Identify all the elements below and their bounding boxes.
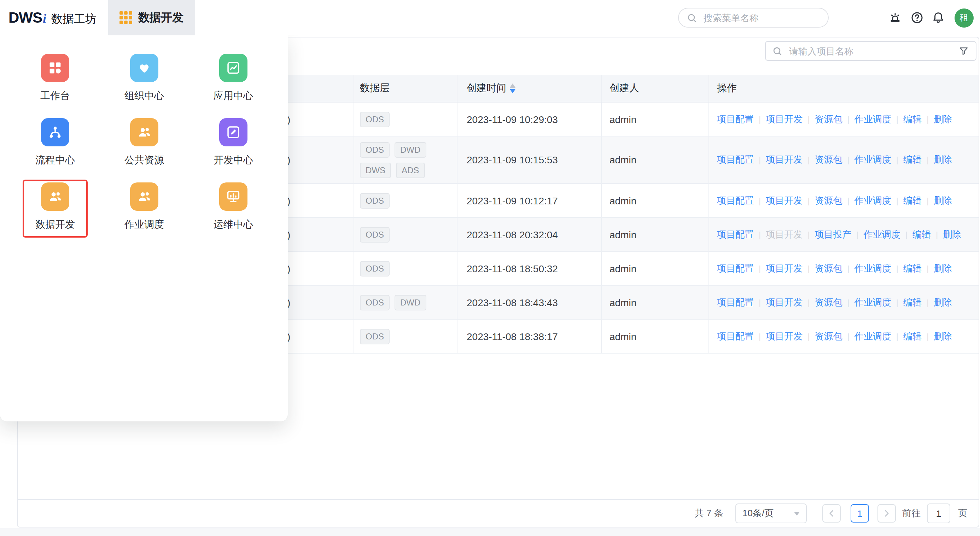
action-link[interactable]: 项目开发 xyxy=(766,330,802,343)
divider: | xyxy=(808,155,810,165)
dashboard-icon xyxy=(41,54,69,82)
top-navbar: DWSi 数据工坊 数据开发 租 xyxy=(0,0,980,35)
action-link[interactable]: 删除 xyxy=(943,228,961,241)
action-link[interactable]: 项目配置 xyxy=(717,228,754,241)
brand-logo[interactable]: DWSi 数据工坊 xyxy=(0,9,108,27)
filter-icon[interactable] xyxy=(958,45,969,57)
action-link[interactable]: 编辑 xyxy=(903,194,922,207)
action-link[interactable]: 作业调度 xyxy=(854,113,891,126)
menu-search-box[interactable] xyxy=(678,8,829,27)
divider: | xyxy=(905,229,907,239)
action-link[interactable]: 资源包 xyxy=(815,296,843,309)
action-link[interactable]: 作业调度 xyxy=(854,296,891,309)
action-link[interactable]: 删除 xyxy=(934,296,952,309)
page-size-select[interactable]: 10条/页 xyxy=(735,503,807,523)
creator-cell: admin xyxy=(602,320,709,353)
mega-menu-item[interactable]: 组织中心 xyxy=(100,54,189,105)
nav-menu-data-dev[interactable]: 数据开发 xyxy=(108,0,195,35)
sort-carets-icon[interactable] xyxy=(510,83,515,93)
data-layer-cell: ODSDWD xyxy=(354,286,458,319)
action-link[interactable]: 作业调度 xyxy=(864,228,900,241)
action-link[interactable]: 删除 xyxy=(934,262,952,275)
action-link[interactable]: 编辑 xyxy=(903,296,922,309)
avatar[interactable]: 租 xyxy=(955,8,974,27)
page-1-button[interactable]: 1 xyxy=(851,504,869,523)
col-header-actions: 操作 xyxy=(709,75,978,102)
action-link[interactable]: 编辑 xyxy=(903,153,922,166)
action-link[interactable]: 项目开发 xyxy=(766,194,802,207)
action-link[interactable]: 项目开发 xyxy=(766,113,802,126)
col-header-create-time[interactable]: 创建时间 xyxy=(458,75,602,102)
creator-cell: admin xyxy=(602,252,709,285)
goto-page-input[interactable]: 1 xyxy=(927,503,950,523)
action-link[interactable]: 删除 xyxy=(934,113,952,126)
divider: | xyxy=(808,196,810,205)
action-link[interactable]: 资源包 xyxy=(815,113,843,126)
action-link[interactable]: 项目配置 xyxy=(717,153,754,166)
action-link[interactable]: 项目开发 xyxy=(766,153,802,166)
action-link[interactable]: 项目投产 xyxy=(815,228,852,241)
divider: | xyxy=(759,196,761,205)
creator-cell: admin xyxy=(602,286,709,319)
next-page-button[interactable] xyxy=(878,504,896,523)
action-link[interactable]: 资源包 xyxy=(815,153,843,166)
action-link[interactable]: 资源包 xyxy=(815,330,843,343)
page-bottom-strip xyxy=(0,528,980,536)
bell-icon[interactable] xyxy=(931,11,945,25)
divider: | xyxy=(808,114,810,124)
create-time-cell: 2023-11-08 18:43:43 xyxy=(458,286,602,319)
action-link[interactable]: 作业调度 xyxy=(854,194,891,207)
action-link[interactable]: 编辑 xyxy=(903,113,922,126)
prev-page-button[interactable] xyxy=(822,504,841,523)
data-layer-tag: ODS xyxy=(360,111,390,127)
divider: | xyxy=(808,297,810,307)
actions-cell: 项目配置|项目开发|资源包|作业调度|编辑|删除 xyxy=(709,137,978,183)
action-link[interactable]: 项目配置 xyxy=(717,194,754,207)
data-layer-cell: ODSDWDDWSADS xyxy=(354,137,458,183)
action-link[interactable]: 作业调度 xyxy=(854,330,891,343)
mega-menu-item-label: 开发中心 xyxy=(213,154,253,167)
action-link[interactable]: 项目配置 xyxy=(717,330,754,343)
action-link[interactable]: 编辑 xyxy=(903,330,922,343)
mega-menu-item[interactable]: 工作台 xyxy=(11,54,100,105)
mega-menu-item[interactable]: 运维中心 xyxy=(189,183,278,233)
project-search-input[interactable] xyxy=(788,45,953,57)
action-link[interactable]: 编辑 xyxy=(903,262,922,275)
mega-menu-item[interactable]: 公共资源 xyxy=(100,118,189,169)
navbar-right: 租 xyxy=(678,8,980,27)
mega-menu-item[interactable]: 应用中心 xyxy=(189,54,278,105)
alarm-icon[interactable] xyxy=(888,11,902,25)
data-layer-tag: ADS xyxy=(396,162,425,178)
action-link[interactable]: 资源包 xyxy=(815,194,843,207)
creator-cell: admin xyxy=(602,184,709,217)
users-icon xyxy=(41,183,69,211)
data-layer-cell: ODS xyxy=(354,103,458,136)
app-root: DWSi 数据工坊 数据开发 租 xyxy=(0,0,980,536)
action-link[interactable]: 删除 xyxy=(934,153,952,166)
pagination-total: 共 7 条 xyxy=(695,507,723,520)
mega-menu-item[interactable]: 数据开发 xyxy=(11,183,100,233)
mega-menu-item[interactable]: 作业调度 xyxy=(100,183,189,233)
help-icon[interactable] xyxy=(910,11,924,25)
action-link[interactable]: 作业调度 xyxy=(854,153,891,166)
mega-menu-item[interactable]: 开发中心 xyxy=(189,118,278,169)
data-layer-tag: ODS xyxy=(360,261,390,276)
action-link[interactable]: 项目配置 xyxy=(717,262,754,275)
edit-box-icon xyxy=(219,118,248,146)
action-link[interactable]: 删除 xyxy=(934,330,952,343)
divider: | xyxy=(759,331,761,341)
action-link[interactable]: 项目开发 xyxy=(766,262,802,275)
action-link[interactable]: 项目配置 xyxy=(717,296,754,309)
action-link[interactable]: 作业调度 xyxy=(854,262,891,275)
divider: | xyxy=(808,229,810,239)
action-link[interactable]: 删除 xyxy=(934,194,952,207)
divider: | xyxy=(896,114,898,124)
project-search-box[interactable] xyxy=(765,41,977,61)
action-link[interactable]: 项目配置 xyxy=(717,113,754,126)
action-link[interactable]: 编辑 xyxy=(913,228,931,241)
action-link[interactable]: 项目开发 xyxy=(766,296,802,309)
data-layer-tag: ODS xyxy=(360,294,390,310)
menu-search-input[interactable] xyxy=(702,12,820,24)
action-link[interactable]: 资源包 xyxy=(815,262,843,275)
mega-menu-item[interactable]: 流程中心 xyxy=(11,118,100,169)
